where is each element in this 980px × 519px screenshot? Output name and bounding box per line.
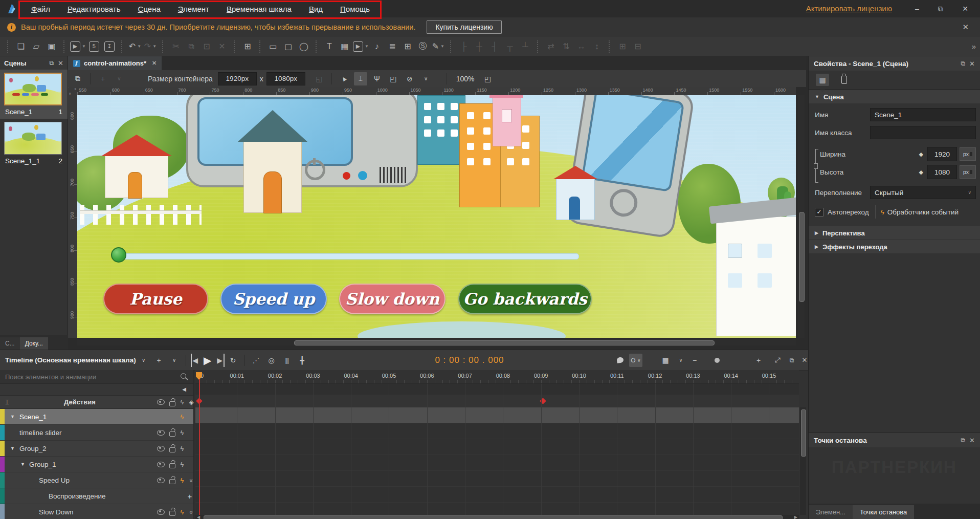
timeline-ruler[interactable]: 000:0100:0200:0300:0400:0500:0600:0700:0… [195, 370, 799, 384]
zoom-level[interactable]: 100% [456, 75, 475, 83]
snapping-toggle-button[interactable]: Ω∨ [629, 354, 642, 367]
timeline-track-row[interactable] [195, 487, 799, 503]
align-top-icon[interactable]: ┬ [503, 39, 517, 54]
grid-options-button[interactable]: ▦ [659, 354, 672, 367]
visibility-toggle-icon[interactable] [155, 425, 166, 440]
preview-in-browser-icon[interactable]: ▶▼ [70, 39, 86, 54]
open-project-icon[interactable]: ▱ [29, 39, 43, 54]
close-panel-icon[interactable]: ✕ [58, 59, 63, 67]
timeline-row-speed-up[interactable]: Speed Upϟ» [0, 472, 193, 488]
fit-to-window-icon[interactable]: ◰ [481, 72, 495, 85]
save-project-icon[interactable]: ▣ [44, 39, 59, 54]
height-unit-button[interactable]: px [960, 165, 976, 179]
insert-image-icon[interactable]: ▦ [338, 39, 352, 54]
container-width-input[interactable] [218, 72, 257, 85]
timeline-horizontal-scrollbar[interactable]: ◀ ▶ [195, 515, 799, 519]
stage-seek-slider-track[interactable] [119, 253, 579, 260]
menu-item-6[interactable]: Помощь [331, 1, 378, 17]
activate-license-link[interactable]: Активировать лицензию [806, 4, 892, 13]
stage-button-go-backwards[interactable]: Go backwards [458, 284, 592, 314]
tool-options-chevron[interactable]: ∨ [419, 72, 433, 85]
insert-symbol-icon[interactable]: Ⓢ [416, 39, 430, 54]
auto-keyframe-mode-button[interactable]: ⋰ [250, 354, 263, 367]
menu-item-5[interactable]: Вид [300, 1, 331, 17]
grid-options-chevron[interactable]: ∨ [674, 354, 687, 367]
cut-icon[interactable]: ✂ [169, 39, 183, 54]
draw-rounded-rectangle-icon[interactable]: ▢ [281, 39, 296, 54]
timeline-zoom-slider-knob[interactable] [715, 358, 720, 363]
menu-item-0[interactable]: Файл [23, 1, 59, 17]
stage-canvas[interactable]: PauseSpeed upSlow downGo backwards [77, 95, 796, 338]
align-right-icon[interactable]: ┤ [487, 39, 502, 54]
timeline-track-row[interactable] [195, 407, 799, 423]
section-1-collapsed[interactable]: ▶Эффекты перехода [809, 240, 980, 253]
buy-license-button[interactable]: Купить лицензию [427, 20, 501, 34]
export-html5-icon[interactable]: 5 [87, 39, 101, 54]
height-input[interactable] [927, 165, 957, 179]
float-panel-icon[interactable]: ⧉ [50, 59, 54, 67]
event-handlers-button[interactable]: ϟ Обработчики событий [875, 205, 976, 219]
bp-tab-0[interactable]: Элемен... [809, 505, 853, 519]
expand-timeline-icon[interactable]: ⤢ [771, 354, 784, 367]
insert-div-icon[interactable]: ⊞ [240, 39, 255, 54]
float-panel-icon[interactable]: ⧉ [961, 60, 966, 68]
link-dimensions-icon[interactable] [815, 149, 819, 183]
align-left-icon[interactable]: ├ [457, 39, 471, 54]
visibility-toggle-icon[interactable] [155, 457, 166, 472]
distribute-vertical-icon[interactable]: ⇅ [559, 39, 573, 54]
width-input[interactable] [927, 147, 957, 161]
timeline-zoom-slider[interactable] [699, 360, 705, 367]
select-tool[interactable]: ▲ [338, 72, 351, 85]
width-unit-button[interactable]: px [960, 147, 976, 161]
distribute-horizontal-icon[interactable]: ⇄ [544, 39, 558, 54]
document-tab[interactable]: control-animations* ✕ [68, 56, 162, 70]
stage-button-slow-down[interactable]: Slow down [339, 284, 446, 314]
add-keyframe-button[interactable]: ╋ [296, 354, 309, 367]
copy-icon[interactable]: ⧉ [184, 39, 198, 54]
event-handlers-icon[interactable]: ϟ [176, 409, 188, 424]
go-to-start-button[interactable]: ◀ [191, 354, 199, 367]
tab-general-properties[interactable]: ▦ [816, 74, 829, 86]
menu-item-4[interactable]: Временная шкала [218, 1, 300, 17]
timeline-track-row[interactable] [195, 455, 799, 471]
trial-close-icon[interactable]: ✕ [962, 23, 969, 32]
stage-button-speed-up[interactable]: Speed up [220, 284, 327, 314]
draw-rectangle-icon[interactable]: ▭ [266, 39, 280, 54]
insert-audio-icon[interactable]: ♪ [370, 39, 384, 54]
panel-tab-0[interactable]: С... [0, 337, 20, 350]
comment-balloon-icon[interactable] [613, 354, 627, 367]
canvas-vertical-scrollbar[interactable] [798, 95, 805, 338]
menu-item-2[interactable]: Сцена [129, 1, 169, 17]
timeline-row-воспроизведение[interactable]: Воспроизведение+ [0, 488, 193, 504]
scroll-left-icon[interactable]: ◀ [197, 515, 200, 519]
transform-origin-tool[interactable]: ⌶ [354, 72, 367, 85]
redo-icon[interactable]: ↷▼ [143, 39, 158, 54]
scene-list-item[interactable]: Scene_11 [0, 70, 68, 119]
auto-keyframe-range-button[interactable]: ◎ [265, 354, 278, 367]
undo-icon[interactable]: ↶▼ [128, 39, 142, 54]
container-height-input[interactable] [266, 72, 305, 85]
bp-tab-1[interactable]: Точки останова [853, 505, 914, 519]
rotate-tool[interactable]: Ψ [370, 72, 384, 85]
add-scene-chevron[interactable]: ∨ [113, 72, 126, 85]
timeline-options-chevron[interactable]: ∨ [168, 354, 181, 367]
visibility-toggle-icon[interactable] [155, 441, 166, 456]
stage-button-pause[interactable]: Pause [103, 284, 208, 314]
disable-snapping-icon[interactable]: ⊘ [403, 72, 416, 85]
timeline-row-scene_1[interactable]: ▼Scene_1ϟ [0, 409, 193, 425]
timeline-actions-track[interactable] [195, 395, 799, 408]
paste-icon[interactable]: ⊡ [199, 39, 214, 54]
overflow-select[interactable]: Скрытый ∨ [870, 186, 976, 199]
event-handlers-icon[interactable]: ϟ [176, 457, 188, 472]
timeline-row-group_2[interactable]: ▼Group_2ϟ [0, 441, 193, 457]
panel-tab-1[interactable]: Доку... [20, 337, 48, 350]
event-handlers-icon[interactable]: ϟ [176, 425, 188, 440]
timeline-track-row[interactable] [195, 423, 799, 439]
draw-ellipse-icon[interactable]: ◯ [297, 39, 311, 54]
timeline-track-area[interactable]: 000:0100:0200:0300:0400:0500:0600:0700:0… [195, 370, 799, 519]
same-height-icon[interactable]: ↕ [590, 39, 604, 54]
keyframe-diamond[interactable] [540, 398, 547, 404]
sort-rows-icon[interactable]: ⌶ [5, 398, 9, 406]
timeline-track-row[interactable] [195, 439, 799, 455]
document-tab-close-icon[interactable]: ✕ [152, 60, 157, 67]
